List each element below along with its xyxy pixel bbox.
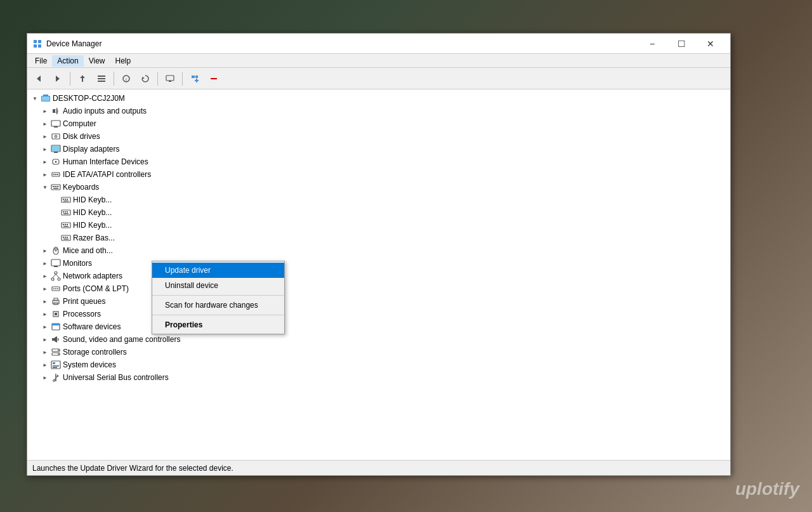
tree-mice[interactable]: ► Mice and oth... [27, 244, 730, 257]
expand-processors[interactable]: ► [40, 309, 50, 319]
context-update-driver[interactable]: Update driver [152, 263, 284, 278]
computer-label: Computer [63, 119, 96, 128]
expand-monitors[interactable]: ► [40, 258, 50, 268]
remove-button[interactable] [205, 70, 223, 88]
expand-sound[interactable]: ► [40, 334, 50, 345]
expand-root[interactable]: ▼ [30, 93, 40, 103]
tree-display[interactable]: ► Display adapters [27, 143, 730, 155]
svg-point-69 [51, 278, 54, 280]
context-properties[interactable]: Properties [152, 317, 284, 332]
expand-print[interactable]: ► [40, 296, 50, 306]
context-scan-hardware[interactable]: Scan for hardware changes [152, 298, 284, 313]
tree-print[interactable]: ► Print queues [27, 295, 730, 308]
tree-monitors[interactable]: ► Monitors [27, 257, 730, 270]
tree-hid[interactable]: ► Human Interface Devices [27, 155, 730, 168]
svg-rect-51 [67, 211, 68, 213]
print-label: Print queues [63, 297, 105, 306]
expand-hid[interactable]: ► [40, 157, 50, 167]
maximize-button[interactable]: ☐ [667, 34, 696, 54]
svg-rect-96 [57, 375, 58, 377]
properties-button[interactable]: i [117, 70, 135, 88]
device-tree: ▼ DESKTOP-CCJ2J0M ► [27, 89, 730, 386]
expand-software[interactable]: ► [40, 322, 50, 332]
expand-hid-kb-1 [50, 195, 60, 205]
svg-rect-35 [55, 174, 56, 175]
expand-storage[interactable]: ► [40, 347, 50, 357]
ports-icon [50, 284, 62, 294]
expand-keyboards[interactable]: ▼ [40, 182, 50, 192]
tree-sound[interactable]: ► Sound, video and game controllers [27, 333, 730, 346]
up-button[interactable] [74, 70, 91, 88]
monitor-button[interactable] [161, 70, 179, 88]
svg-marker-5 [56, 75, 60, 82]
toolbar: i [27, 68, 730, 89]
context-sep-2 [152, 315, 284, 315]
usb-label: Universal Serial Bus controllers [63, 373, 169, 382]
tree-usb[interactable]: ► Universal Serial Bus controllers [27, 371, 730, 384]
tree-processors[interactable]: ► Processors [27, 308, 730, 320]
expand-computer[interactable]: ► [40, 119, 50, 129]
expand-network[interactable]: ► [40, 271, 50, 281]
svg-rect-47 [63, 200, 69, 202]
razer-keyboard-icon [60, 233, 72, 243]
forward-button[interactable] [49, 70, 67, 88]
svg-rect-17 [195, 75, 198, 78]
tree-network[interactable]: ► Network adapters [27, 270, 730, 282]
menu-view[interactable]: View [84, 55, 110, 67]
svg-point-27 [55, 136, 56, 137]
svg-rect-62 [63, 239, 69, 240]
menu-action[interactable]: Action [52, 55, 83, 67]
svg-point-68 [55, 272, 57, 274]
show-hide-button[interactable] [93, 70, 110, 88]
hid-keyboard-icon-2 [60, 207, 72, 218]
tree-keyboards[interactable]: ▼ Keyboards [27, 181, 730, 194]
title-bar-controls: − ☐ ✕ [638, 34, 725, 54]
system-icon [50, 360, 62, 370]
software-label: Software devices [63, 322, 121, 331]
svg-point-32 [55, 161, 57, 163]
menu-help[interactable]: Help [110, 55, 136, 67]
expand-audio[interactable]: ► [40, 106, 50, 116]
tree-ports[interactable]: ► Ports (COM & LPT) [27, 282, 730, 295]
minimize-button[interactable]: − [638, 34, 667, 54]
watermark: uplotify [735, 479, 799, 499]
tree-root[interactable]: ▼ DESKTOP-CCJ2J0M [27, 92, 730, 105]
tree-hid-keyboard-2[interactable]: HID Keyb... [27, 206, 730, 219]
expand-system[interactable]: ► [40, 360, 50, 370]
tree-audio[interactable]: ► Audio inputs and outputs [27, 105, 730, 117]
svg-rect-30 [54, 152, 58, 153]
close-button[interactable]: ✕ [696, 34, 725, 54]
toolbar-sep-2 [114, 72, 114, 86]
svg-rect-20 [43, 95, 48, 96]
hid-keyboard-label-1: HID Keyb... [73, 195, 112, 204]
add-button[interactable] [186, 70, 204, 88]
svg-rect-54 [63, 224, 64, 225]
status-text: Launches the Update Driver Wizard for th… [32, 464, 598, 473]
svg-rect-15 [169, 81, 171, 82]
tree-disk[interactable]: ► Disk drives [27, 130, 730, 143]
hid-keyboard-label-3: HID Keyb... [73, 221, 112, 230]
tree-computer[interactable]: ► Computer [27, 117, 730, 130]
back-button[interactable] [30, 70, 48, 88]
tree-storage[interactable]: ► Storage controllers [27, 346, 730, 358]
tree-software[interactable]: ► Software devices [27, 320, 730, 333]
expand-display[interactable]: ► [40, 144, 50, 154]
tree-system[interactable]: ► System devices [27, 358, 730, 371]
svg-rect-45 [65, 199, 66, 200]
expand-usb[interactable]: ► [40, 372, 50, 383]
expand-ide[interactable]: ► [40, 169, 50, 180]
expand-disk[interactable]: ► [40, 131, 50, 141]
tree-hid-keyboard-1[interactable]: HID Keyb... [27, 194, 730, 206]
menu-file[interactable]: File [30, 55, 52, 67]
usb-icon [50, 372, 62, 383]
expand-mice[interactable]: ► [40, 246, 50, 256]
refresh-button[interactable] [136, 70, 154, 88]
ide-icon [50, 169, 62, 180]
tree-hid-keyboard-3[interactable]: HID Keyb... [27, 219, 730, 232]
tree-ide[interactable]: ► IDE ATA/ATAPI controllers [27, 168, 730, 181]
expand-ports[interactable]: ► [40, 284, 50, 294]
tree-razer-keyboard[interactable]: Razer Bas... [27, 232, 730, 244]
context-uninstall-device[interactable]: Uninstall device [152, 278, 284, 293]
audio-icon [50, 106, 62, 116]
audio-label: Audio inputs and outputs [63, 107, 147, 115]
